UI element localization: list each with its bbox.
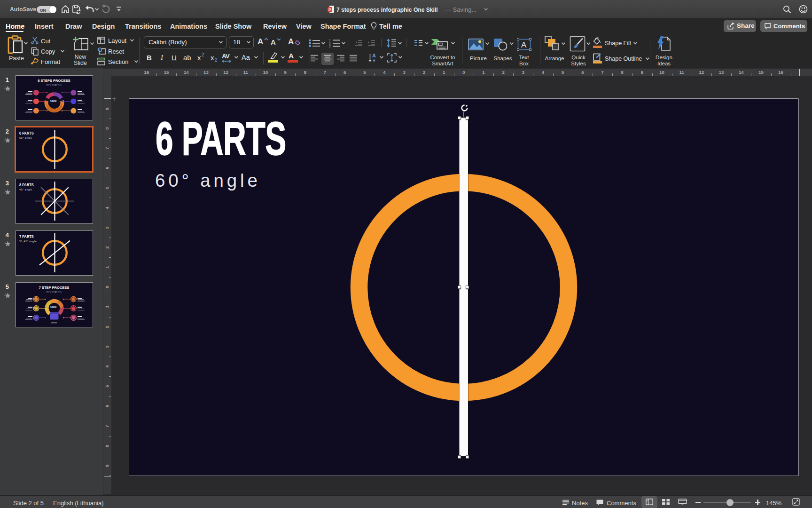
svg-text:3: 3	[329, 45, 331, 48]
svg-text:A: A	[521, 40, 527, 49]
svg-text:A: A	[372, 53, 376, 58]
